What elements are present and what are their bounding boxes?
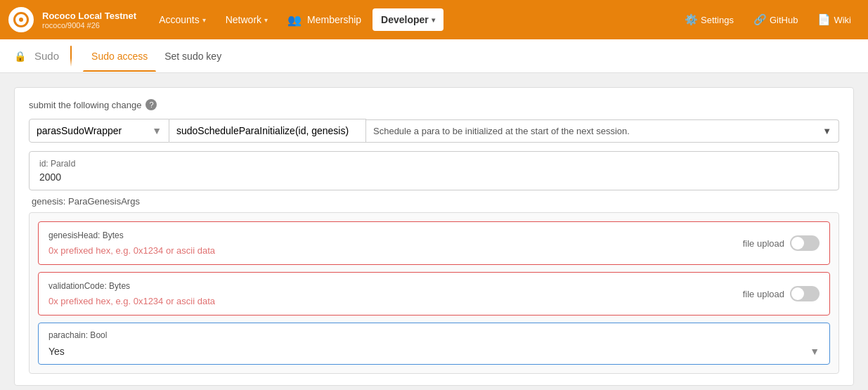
call-selector[interactable]: sudoScheduleParaInitialize(id, genesis) xyxy=(169,119,366,143)
call-value: sudoScheduleParaInitialize(id, genesis) xyxy=(176,125,349,136)
validation-code-toggle[interactable] xyxy=(790,286,820,301)
accounts-arrow-icon: ▾ xyxy=(202,16,206,24)
tab-divider xyxy=(70,46,72,67)
nav-accounts-label: Accounts xyxy=(159,14,200,25)
nav-settings[interactable]: ⚙️ Settings xyxy=(676,8,742,32)
validation-code-field: validationCode: Bytes file upload xyxy=(38,272,830,316)
validation-code-label: validationCode: Bytes xyxy=(48,281,743,291)
header: Rococo Local Testnet rococo/9004 #26 Acc… xyxy=(0,0,868,39)
developer-arrow-icon: ▾ xyxy=(432,16,435,24)
tabs-bar: 🔒 Sudo Sudo access Set sudo key xyxy=(0,39,868,73)
nav-developer-label: Developer xyxy=(381,14,429,25)
right-nav: ⚙️ Settings 🔗 GitHub 📄 Wiki xyxy=(676,8,860,32)
nav-github[interactable]: 🔗 GitHub xyxy=(745,8,806,32)
parachain-field: parachain: Bool Yes ▼ xyxy=(38,323,830,365)
genesis-head-content: genesisHead: Bytes xyxy=(48,230,743,256)
logo-button[interactable] xyxy=(8,7,34,32)
nav-settings-label: Settings xyxy=(701,15,734,25)
pallet-selector[interactable]: parasSudoWrapper ▼ xyxy=(29,119,169,143)
github-icon: 🔗 xyxy=(753,13,767,26)
validation-code-content: validationCode: Bytes xyxy=(48,281,743,306)
description-text: Schedule a para to be initialized at the… xyxy=(373,126,630,136)
description-caret-icon: ▼ xyxy=(822,126,831,136)
sudo-section-label: 🔒 Sudo xyxy=(14,50,59,62)
membership-icon: 👥 xyxy=(287,13,302,27)
wiki-icon: 📄 xyxy=(817,13,831,26)
id-section: id: ParaId 2000 xyxy=(29,151,839,190)
app-info: Rococo Local Testnet rococo/9004 #26 xyxy=(42,11,136,30)
validation-code-row: validationCode: Bytes file upload xyxy=(48,281,820,306)
genesis-head-row: genesisHead: Bytes file upload xyxy=(48,230,820,256)
genesis-head-toggle[interactable] xyxy=(790,235,820,251)
settings-gear-icon: ⚙️ xyxy=(685,13,698,26)
description-selector[interactable]: Schedule a para to be initialized at the… xyxy=(366,119,839,143)
selector-row: parasSudoWrapper ▼ sudoScheduleParaIniti… xyxy=(29,119,839,143)
genesis-head-label: genesisHead: Bytes xyxy=(48,230,743,240)
tab-sudo-access[interactable]: Sudo access xyxy=(83,41,156,72)
id-value: 2000 xyxy=(39,171,829,183)
id-field: id: ParaId 2000 xyxy=(29,151,839,190)
nav-github-label: GitHub xyxy=(770,15,798,25)
network-arrow-icon: ▾ xyxy=(264,16,268,24)
app-name: Rococo Local Testnet xyxy=(42,11,136,21)
nav-developer[interactable]: Developer ▾ xyxy=(373,8,443,31)
sudo-label: Sudo xyxy=(34,50,59,62)
file-upload-genesis-head: file upload xyxy=(743,235,820,251)
validation-code-input[interactable] xyxy=(48,296,743,306)
logo-icon xyxy=(13,12,29,27)
parachain-label: parachain: Bool xyxy=(39,323,829,343)
nav-network-label: Network xyxy=(226,14,261,25)
nav-wiki-label: Wiki xyxy=(834,15,851,25)
nav-wiki[interactable]: 📄 Wiki xyxy=(809,8,860,32)
parachain-select[interactable]: Yes ▼ xyxy=(39,343,829,364)
app-sub: rococo/9004 #26 xyxy=(42,21,136,30)
submit-card: submit the following change ? parasSudoW… xyxy=(14,87,854,386)
pallet-caret-icon: ▼ xyxy=(152,125,162,136)
nav-accounts[interactable]: Accounts ▾ xyxy=(150,8,214,31)
file-upload-validation-code: file upload xyxy=(743,286,820,301)
lock-icon: 🔒 xyxy=(14,51,26,62)
id-label: id: ParaId xyxy=(39,159,829,169)
main-content: submit the following change ? parasSudoW… xyxy=(0,73,868,390)
nav-membership-label: Membership xyxy=(307,14,361,25)
genesis-head-field: genesisHead: Bytes file upload xyxy=(38,221,830,265)
pallet-value: parasSudoWrapper xyxy=(37,125,122,136)
nav-network[interactable]: Network ▾ xyxy=(217,8,276,31)
parachain-caret-icon: ▼ xyxy=(810,346,820,357)
tab-set-sudo-key[interactable]: Set sudo key xyxy=(156,41,230,72)
help-icon[interactable]: ? xyxy=(145,99,157,110)
nav-membership[interactable]: 👥 Membership xyxy=(279,8,370,32)
submit-label: submit the following change ? xyxy=(29,99,839,110)
genesis-section: genesis: ParaGenesisArgs genesisHead: By… xyxy=(29,196,839,374)
genesis-label: genesis: ParaGenesisArgs xyxy=(29,196,839,207)
genesis-head-input[interactable] xyxy=(48,245,743,256)
parachain-value: Yes xyxy=(48,346,65,357)
genesis-inner: genesisHead: Bytes file upload validatio xyxy=(29,212,839,374)
